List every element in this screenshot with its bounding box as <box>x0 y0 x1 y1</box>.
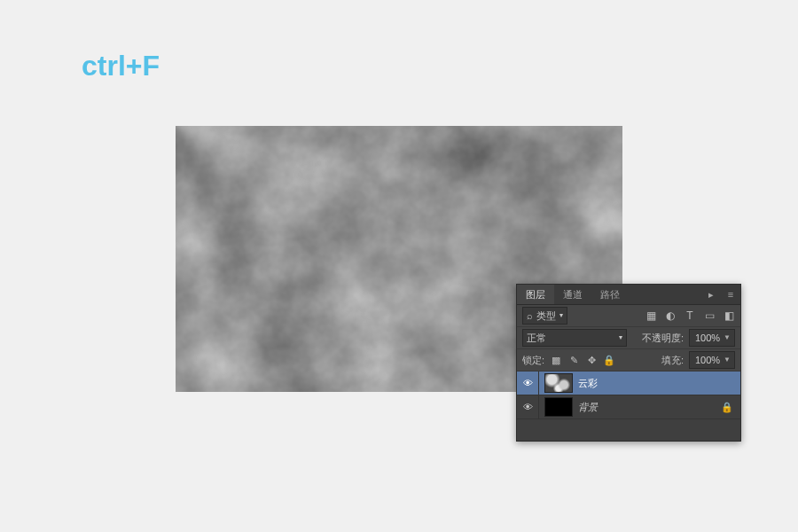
blend-mode-value: 正常 <box>527 333 546 343</box>
layer-name[interactable]: 背景 <box>578 403 598 412</box>
fill-label: 填充: <box>661 356 684 365</box>
blend-mode-dropdown[interactable]: 正常 ▾ <box>522 329 627 347</box>
shortcut-text: ctrl+F <box>82 50 160 82</box>
eye-icon: 👁 <box>523 403 533 412</box>
layers-panel: 图层 通道 路径 ▸ ≡ ⌕ 类型 ▾ ▦ ◐ T ▭ ◧ 正常 ▾ 不透明度:… <box>516 284 741 442</box>
filter-smart-icon[interactable]: ◧ <box>723 310 735 321</box>
visibility-toggle[interactable]: 👁 <box>517 372 539 395</box>
filter-type-label: 类型 <box>536 311 556 321</box>
layer-name[interactable]: 云彩 <box>578 379 598 388</box>
lock-icon: 🔒 <box>721 403 733 412</box>
lock-fill-row: 锁定: ▩ ✎ ✥ 🔒 填充: 100% ▼ <box>517 349 740 372</box>
chevron-down-icon: ▾ <box>619 334 622 341</box>
opacity-label: 不透明度: <box>642 333 684 343</box>
fill-input[interactable]: 100% ▼ <box>689 351 735 369</box>
filter-shape-icon[interactable]: ▭ <box>703 310 716 321</box>
visibility-toggle[interactable]: 👁 <box>517 395 539 419</box>
layers-empty-area <box>517 419 740 441</box>
layer-row[interactable]: 👁 云彩 <box>517 372 740 395</box>
lock-icons: ▩ ✎ ✥ 🔒 <box>550 356 615 365</box>
tab-channels[interactable]: 通道 <box>554 285 591 304</box>
chevron-down-icon: ▾ <box>559 312 563 319</box>
layer-row[interactable]: 👁 背景 🔒 <box>517 395 740 419</box>
filter-type-dropdown[interactable]: ⌕ 类型 ▾ <box>522 307 567 325</box>
layer-filter-row: ⌕ 类型 ▾ ▦ ◐ T ▭ ◧ <box>517 305 740 327</box>
chevron-down-icon: ▼ <box>724 356 731 364</box>
layer-thumbnail[interactable] <box>544 397 573 417</box>
search-kind-icon: ⌕ <box>527 311 533 321</box>
opacity-value: 100% <box>695 333 720 343</box>
lock-pixels-icon[interactable]: ✎ <box>567 356 580 365</box>
layer-thumbnail[interactable] <box>544 373 573 393</box>
blend-opacity-row: 正常 ▾ 不透明度: 100% ▼ <box>517 327 740 349</box>
lock-all-icon[interactable]: 🔒 <box>603 356 615 365</box>
eye-icon: 👁 <box>523 379 533 388</box>
tab-paths[interactable]: 路径 <box>591 285 629 304</box>
layer-filter-icons: ▦ ◐ T ▭ ◧ <box>645 310 735 321</box>
panel-tabs: 图层 通道 路径 ▸ ≡ <box>517 285 740 305</box>
tab-layers[interactable]: 图层 <box>517 285 554 304</box>
lock-transparency-icon[interactable]: ▩ <box>550 356 562 365</box>
lock-position-icon[interactable]: ✥ <box>585 356 598 365</box>
chevron-down-icon: ▼ <box>724 334 731 341</box>
lock-label: 锁定: <box>522 356 544 365</box>
opacity-input[interactable]: 100% ▼ <box>689 329 735 347</box>
filter-type-text-icon[interactable]: T <box>684 310 696 321</box>
panel-menu-icon[interactable]: ≡ <box>721 290 740 300</box>
fill-value: 100% <box>695 356 720 365</box>
filter-adjustment-icon[interactable]: ◐ <box>664 310 677 321</box>
layers-list: 👁 云彩 👁 背景 🔒 <box>517 372 740 441</box>
filter-pixel-icon[interactable]: ▦ <box>645 310 657 321</box>
panel-collapse-icon[interactable]: ▸ <box>701 290 721 300</box>
